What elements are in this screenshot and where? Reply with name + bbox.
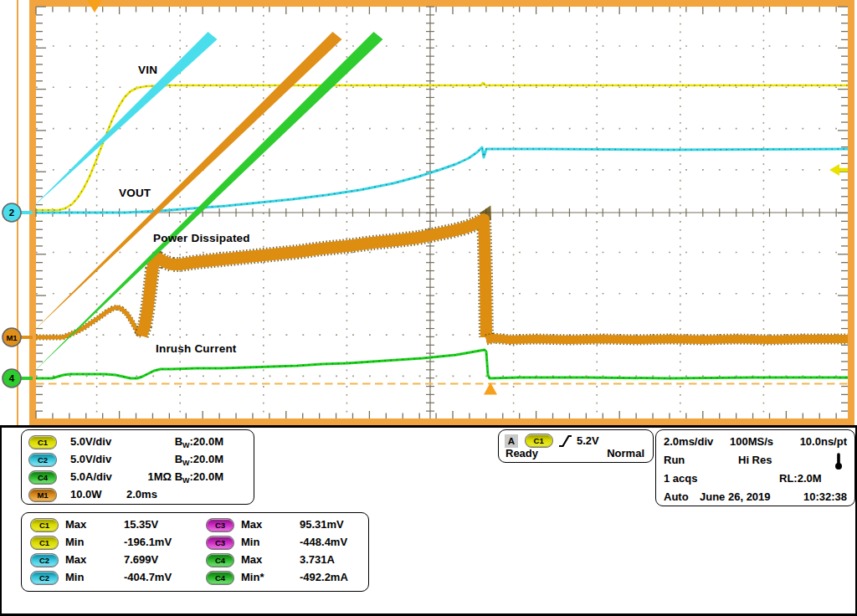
inrush-label: Inrush Current: [156, 342, 237, 355]
measurement-value: -404.7mV: [124, 571, 172, 583]
vin-label: VIN: [138, 64, 157, 76]
readout-panel: C15.0V/divBW:20.0MC25.0V/divBW:20.0MC45.…: [0, 428, 857, 616]
impedance-value: 1MΩ: [148, 470, 172, 483]
channel-setting-row: C15.0V/divBW:20.0M: [28, 435, 247, 452]
vin-noise: [36, 83, 848, 210]
measurement-badge-c2[interactable]: C2: [30, 571, 59, 585]
power-initial-trace: [36, 307, 141, 337]
measurement-stat: Min: [65, 536, 84, 548]
measurement-value: -492.2mA: [300, 571, 348, 583]
acquisition-mode: Hi Res: [738, 454, 772, 466]
svg-text:M1: M1: [6, 333, 18, 342]
oscilloscope-screen: 2M14 VIN VOUT Power Dissipated Inrush Cu…: [0, 0, 857, 616]
trigger-mode: Normal: [607, 447, 644, 459]
svg-text:4: 4: [9, 373, 15, 383]
measurement-badge-c4[interactable]: C4: [206, 553, 234, 567]
trigger-readout-box[interactable]: A C1 5.2V Ready Normal: [498, 429, 654, 463]
measurements-box[interactable]: C1Max15.35VC1Min-196.1mVC2Max7.699VC2Min…: [21, 512, 369, 592]
channel-scale: 5.0V/div: [70, 453, 111, 466]
run-state: Run: [664, 454, 685, 466]
acquisition-count: 1 acqs: [664, 472, 697, 485]
measurement-value: 95.31mV: [300, 518, 344, 531]
channel-badge-c1[interactable]: C1: [28, 435, 57, 449]
record-length: RL:2.0M: [779, 472, 822, 485]
svg-text:2: 2: [9, 208, 14, 218]
power-label: Power Dissipated: [153, 232, 250, 244]
channel-setting-row: C25.0V/divBW:20.0M: [28, 453, 247, 470]
channel-setting-row: C45.0A/div1MΩ BW:20.0M: [28, 470, 247, 487]
channel-settings-box[interactable]: C15.0V/divBW:20.0MC25.0V/divBW:20.0MC45.…: [21, 429, 254, 505]
channel-badge-c2[interactable]: C2: [28, 453, 57, 467]
vout-noise: [36, 147, 848, 213]
sample-resolution: 10.0ns/pt: [800, 435, 847, 448]
bandwidth-readout: 1MΩ BW:20.0M: [148, 470, 223, 487]
bandwidth-readout: BW:20.0M: [175, 453, 223, 470]
measurement-badge-c2[interactable]: C2: [30, 553, 59, 567]
rising-edge-icon: [558, 433, 572, 452]
channel-scale: 5.0V/div: [70, 435, 111, 449]
trigger-position-marker[interactable]: [87, 0, 102, 13]
measurement-stat: Max: [65, 553, 86, 566]
measurement-stat: Min: [241, 536, 259, 548]
measurement-value: -448.4mV: [300, 536, 347, 548]
measurement-stat: Max: [241, 553, 262, 566]
measurement-badge-c3[interactable]: C3: [206, 536, 234, 550]
measurement-stat: Max: [65, 518, 86, 531]
waveform-display: 2M14 VIN VOUT Power Dissipated Inrush Cu…: [0, 0, 857, 428]
vin-trace: [36, 83, 848, 210]
math-timebase: 2.0ms: [126, 488, 157, 501]
measurement-stat: Min*: [241, 571, 264, 583]
channel-scale: 5.0A/div: [70, 470, 112, 484]
trigger-level-marker[interactable]: [829, 164, 848, 176]
horizontal-scale: 2.0ms/div: [664, 435, 713, 448]
measurement-badge-c3[interactable]: C3: [206, 518, 234, 532]
horizontal-readout-box[interactable]: 2.0ms/div 100MS/s 10.0ns/pt Run Hi Res 1…: [655, 429, 855, 506]
trigger-mode-label: Auto: [664, 490, 689, 503]
bandwidth-readout: BW:20.0M: [175, 435, 223, 452]
vout-trace: [36, 147, 848, 213]
trigger-source-badge[interactable]: C1: [525, 434, 553, 448]
measurement-stat: Max: [241, 518, 262, 531]
measurement-value: 3.731A: [300, 553, 335, 566]
measurement-value: 7.699V: [124, 553, 158, 566]
trigger-level-value: 5.2V: [577, 434, 599, 447]
vout-label: VOUT: [119, 187, 151, 199]
waveform-layer: 2M14: [0, 0, 857, 428]
trigger-a-label: A: [505, 434, 518, 448]
measurement-badge-c1[interactable]: C1: [30, 536, 59, 550]
date-label: June 26, 2019: [700, 490, 771, 503]
measurement-value: -196.1mV: [124, 536, 172, 548]
channel-badge-m1[interactable]: M1: [28, 488, 57, 502]
channel-badge-c4[interactable]: C4: [28, 470, 57, 485]
measurement-stat: Min: [65, 571, 84, 583]
measurement-value: 15.35V: [124, 518, 158, 531]
measurement-badge-c4[interactable]: C4: [206, 571, 234, 585]
measurement-badge-c1[interactable]: C1: [30, 518, 59, 532]
sample-rate: 100MS/s: [730, 435, 773, 448]
power-tail-trace: [486, 338, 848, 340]
trigger-state: Ready: [505, 447, 538, 459]
channel-scale: 10.0W: [70, 488, 102, 501]
channel-setting-row: M110.0W2.0ms: [28, 488, 247, 505]
time-label: 10:32:38: [803, 490, 847, 503]
thermometer-icon: [834, 452, 843, 473]
